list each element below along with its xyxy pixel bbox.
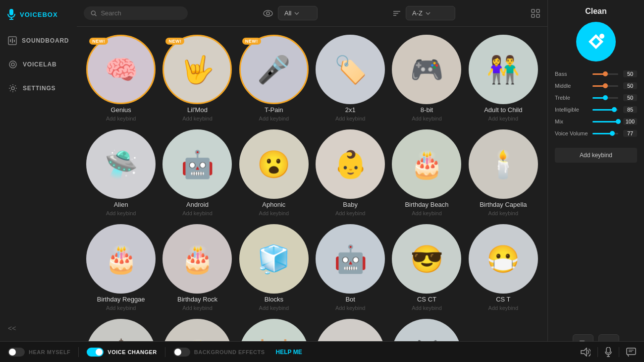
voice-item-alien[interactable]: 🛸AlienAdd keybind xyxy=(85,129,157,216)
sidebar-item-voicelab[interactable]: VOICELAB xyxy=(0,53,77,76)
voice-item-partial2[interactable]: 🎂 xyxy=(161,319,233,341)
voice-avatar: 🧠 xyxy=(86,35,156,104)
sort-icon[interactable] xyxy=(393,10,401,17)
voice-keybind[interactable]: Add keybind xyxy=(259,210,289,216)
voice-keybind[interactable]: Add keybind xyxy=(259,116,289,121)
voice-item-birthdaybeach[interactable]: 🎂Birthday BeachAdd keybind xyxy=(390,129,463,216)
filter-dropdown[interactable]: All xyxy=(278,6,318,20)
voice-avatar-wrap: 🎮 xyxy=(392,35,461,104)
category-icon[interactable] xyxy=(531,8,540,18)
voice-changer-toggle[interactable] xyxy=(87,348,104,357)
voice-item-baby[interactable]: 👶BabyAdd keybind xyxy=(314,129,386,216)
voice-item-lilmod[interactable]: 🤟NEW!Lil'ModAdd keybind xyxy=(161,35,233,121)
app-logo[interactable]: VOICEBOX xyxy=(0,0,77,29)
slider-thumb-treble[interactable] xyxy=(603,95,608,100)
voice-keybind[interactable]: Add keybind xyxy=(182,116,213,121)
sidebar-collapse-btn[interactable]: << xyxy=(8,324,16,332)
divider-4 xyxy=(619,347,619,357)
bg-effects-toggle-group: BACKGROUND EFFECTS xyxy=(173,348,265,357)
help-link[interactable]: HELP ME xyxy=(276,349,302,356)
slider-track-middle[interactable] xyxy=(592,85,618,87)
voice-item-birthdaycapella[interactable]: 🕯️Birthday CapellaAdd keybind xyxy=(467,129,539,216)
voice-item-adulttochild[interactable]: 👫Adult to ChildAdd keybind xyxy=(467,35,539,121)
svg-point-9 xyxy=(11,87,14,90)
voice-item-aphonic[interactable]: 😮AphonicAdd keybind xyxy=(238,129,310,216)
voice-item-genius[interactable]: 🧠NEW!GeniusAdd keybind xyxy=(85,35,157,121)
voice-keybind[interactable]: Add keybind xyxy=(412,210,442,216)
voice-avatar: 🧮 xyxy=(239,319,309,341)
voice-item-2x1[interactable]: 🏷️2x1Add keybind xyxy=(314,35,386,121)
voice-keybind[interactable]: Add keybind xyxy=(182,305,213,311)
voice-item-android[interactable]: 🤖AndroidAdd keybind xyxy=(161,129,233,216)
volume-icon[interactable] xyxy=(581,348,590,357)
voice-item-partial3[interactable]: 🧮 xyxy=(238,319,310,341)
voice-name: Baby xyxy=(343,201,358,208)
slider-thumb-middle[interactable] xyxy=(603,83,608,88)
voice-avatar: 🎂 xyxy=(86,224,156,294)
slider-thumb-intelligible[interactable] xyxy=(612,107,617,112)
voice-avatar: 👓 xyxy=(316,319,385,341)
slider-track-bass[interactable] xyxy=(592,73,618,75)
slider-thumb-mix[interactable] xyxy=(616,119,621,124)
voice-keybind[interactable]: Add keybind xyxy=(488,210,519,216)
voice-keybind[interactable]: Add keybind xyxy=(488,116,519,121)
search-input[interactable] xyxy=(101,9,181,17)
voice-item-8bit[interactable]: 🎮8-bitAdd keybind xyxy=(390,35,463,121)
voice-item-birthdayreggae[interactable]: 🎂Birthday ReggaeAdd keybind xyxy=(85,224,157,311)
voice-keybind[interactable]: Add keybind xyxy=(412,116,442,121)
voice-item-birthdayrock[interactable]: 🎂Birthday RockAdd keybind xyxy=(161,224,233,311)
svg-rect-18 xyxy=(537,9,539,12)
slider-track-intelligible[interactable] xyxy=(592,109,618,111)
voice-avatar: 🛸 xyxy=(86,129,156,199)
voice-avatar-wrap: 🎤NEW! xyxy=(239,35,309,104)
voice-item-csct[interactable]: 😎CS CTAdd keybind xyxy=(390,224,463,311)
sidebar-item-settings[interactable]: SETTINGS xyxy=(0,76,77,100)
voice-keybind[interactable]: Add keybind xyxy=(335,210,366,216)
voice-keybind[interactable]: Add keybind xyxy=(106,210,136,216)
slider-thumb-voice_volume[interactable] xyxy=(610,131,615,136)
main-panel: All A-Z xyxy=(77,0,547,362)
hear-myself-toggle-group: HEAR MYSELF xyxy=(8,348,70,357)
voice-keybind[interactable]: Add keybind xyxy=(412,305,442,311)
voice-item-blocks[interactable]: 🧊BlocksAdd keybind xyxy=(238,224,310,311)
voice-keybind[interactable]: Add keybind xyxy=(488,305,519,311)
voice-item-partial4[interactable]: 👓 xyxy=(314,319,386,341)
slider-track-voice_volume[interactable] xyxy=(592,133,618,134)
sidebar-label-soundboard: SOUNDBOARD xyxy=(22,37,69,44)
voice-item-partial5[interactable]: 🦊 xyxy=(390,319,463,341)
new-badge: NEW! xyxy=(89,38,108,45)
hear-myself-toggle[interactable] xyxy=(8,348,25,357)
slider-track-mix[interactable] xyxy=(592,121,618,122)
voice-keybind[interactable]: Add keybind xyxy=(259,305,289,311)
chat-icon[interactable] xyxy=(626,348,636,357)
voice-avatar-wrap: 🛸 xyxy=(86,129,156,199)
search-box[interactable] xyxy=(84,6,188,20)
voice-keybind[interactable]: Add keybind xyxy=(106,116,136,121)
voice-keybind[interactable]: Add keybind xyxy=(335,305,366,311)
bg-effects-toggle[interactable] xyxy=(173,348,190,357)
voice-avatar: 👫 xyxy=(469,35,538,104)
voice-avatar: 🤖 xyxy=(162,129,232,199)
voice-item-cst[interactable]: 😷CS TAdd keybind xyxy=(467,224,539,311)
bottom-right-icons xyxy=(581,347,636,357)
microphone-icon[interactable] xyxy=(605,347,612,357)
voice-keybind[interactable]: Add keybind xyxy=(106,305,136,311)
voice-keybind[interactable]: Add keybind xyxy=(335,116,366,121)
sidebar-item-soundboard[interactable]: SOUNDBOARD xyxy=(0,29,77,53)
voice-item-tpain[interactable]: 🎤NEW!T-PainAdd keybind xyxy=(238,35,310,121)
slider-fill-voice_volume xyxy=(592,133,612,134)
slider-fill-mix xyxy=(592,121,618,122)
voice-item-partial1[interactable]: ⛪ xyxy=(85,319,157,341)
voice-keybind[interactable]: Add keybind xyxy=(182,210,213,216)
voice-item-bot[interactable]: 🤖BotAdd keybind xyxy=(314,224,386,311)
sidebar-label-voicelab: VOICELAB xyxy=(23,61,56,68)
divider-3 xyxy=(597,347,598,357)
voicelab-icon xyxy=(8,60,18,69)
voice-avatar: 🎤 xyxy=(239,35,309,104)
visibility-icon[interactable] xyxy=(263,10,273,17)
slider-thumb-bass[interactable] xyxy=(603,71,608,76)
add-keybind-button[interactable]: Add keybind xyxy=(555,148,637,163)
slider-track-treble[interactable] xyxy=(592,97,618,99)
svg-point-21 xyxy=(599,34,604,39)
sort-dropdown[interactable]: A-Z xyxy=(406,6,455,20)
